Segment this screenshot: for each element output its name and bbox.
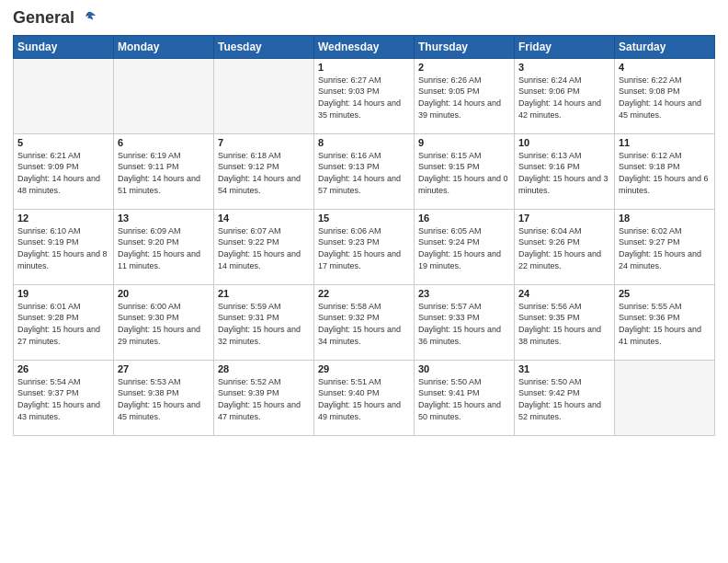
calendar-day-cell	[114, 58, 214, 133]
day-number: 5	[17, 137, 109, 148]
calendar-day-cell: 11Sunrise: 6:12 AM Sunset: 9:18 PM Dayli…	[615, 133, 715, 209]
calendar-day-cell: 14Sunrise: 6:07 AM Sunset: 9:22 PM Dayli…	[214, 209, 314, 284]
calendar-week-row: 19Sunrise: 6:01 AM Sunset: 9:28 PM Dayli…	[14, 284, 715, 360]
day-number: 25	[619, 288, 711, 299]
day-number: 20	[118, 288, 210, 299]
day-info: Sunrise: 5:55 AM Sunset: 9:36 PM Dayligh…	[619, 301, 711, 347]
day-number: 8	[318, 137, 410, 148]
calendar-week-row: 12Sunrise: 6:10 AM Sunset: 9:19 PM Dayli…	[14, 209, 715, 284]
calendar-day-cell: 13Sunrise: 6:09 AM Sunset: 9:20 PM Dayli…	[114, 209, 214, 284]
day-info: Sunrise: 5:57 AM Sunset: 9:33 PM Dayligh…	[418, 301, 510, 347]
day-info: Sunrise: 5:58 AM Sunset: 9:32 PM Dayligh…	[318, 301, 410, 347]
calendar-day-cell: 18Sunrise: 6:02 AM Sunset: 9:27 PM Dayli…	[615, 209, 715, 284]
calendar-day-cell: 17Sunrise: 6:04 AM Sunset: 9:26 PM Dayli…	[515, 209, 615, 284]
day-info: Sunrise: 6:01 AM Sunset: 9:28 PM Dayligh…	[17, 301, 109, 347]
day-number: 11	[619, 137, 711, 148]
day-number: 23	[418, 288, 510, 299]
day-info: Sunrise: 6:13 AM Sunset: 9:16 PM Dayligh…	[518, 150, 610, 196]
day-info: Sunrise: 6:04 AM Sunset: 9:26 PM Dayligh…	[518, 225, 610, 271]
calendar-day-cell: 30Sunrise: 5:50 AM Sunset: 9:41 PM Dayli…	[415, 360, 515, 435]
calendar-day-cell: 9Sunrise: 6:15 AM Sunset: 9:15 PM Daylig…	[415, 133, 515, 209]
page-container: General SundayMondayTuesdayWednesdayThur…	[0, 0, 728, 445]
day-info: Sunrise: 5:50 AM Sunset: 9:41 PM Dayligh…	[418, 376, 510, 422]
day-info: Sunrise: 6:21 AM Sunset: 9:09 PM Dayligh…	[17, 150, 109, 196]
day-number: 19	[17, 288, 109, 299]
calendar-day-cell	[14, 58, 114, 133]
day-info: Sunrise: 6:05 AM Sunset: 9:24 PM Dayligh…	[418, 225, 510, 271]
calendar-day-cell: 24Sunrise: 5:56 AM Sunset: 9:35 PM Dayli…	[515, 284, 615, 360]
day-info: Sunrise: 5:54 AM Sunset: 9:37 PM Dayligh…	[17, 376, 109, 422]
day-info: Sunrise: 6:06 AM Sunset: 9:23 PM Dayligh…	[318, 225, 410, 271]
logo-general: General	[13, 8, 74, 27]
day-number: 3	[518, 62, 610, 73]
day-number: 17	[518, 213, 610, 224]
calendar-week-row: 1Sunrise: 6:27 AM Sunset: 9:03 PM Daylig…	[14, 58, 715, 133]
day-number: 27	[118, 363, 210, 374]
calendar-day-cell: 7Sunrise: 6:18 AM Sunset: 9:12 PM Daylig…	[214, 133, 314, 209]
calendar-day-cell: 21Sunrise: 5:59 AM Sunset: 9:31 PM Dayli…	[214, 284, 314, 360]
weekday-header-wednesday: Wednesday	[314, 35, 415, 58]
day-number: 7	[218, 137, 310, 148]
calendar-day-cell: 26Sunrise: 5:54 AM Sunset: 9:37 PM Dayli…	[14, 360, 114, 435]
calendar-day-cell: 28Sunrise: 5:52 AM Sunset: 9:39 PM Dayli…	[214, 360, 314, 435]
day-number: 21	[218, 288, 310, 299]
day-number: 12	[17, 213, 109, 224]
day-number: 6	[118, 137, 210, 148]
day-info: Sunrise: 6:18 AM Sunset: 9:12 PM Dayligh…	[218, 150, 310, 196]
logo-bird-icon	[81, 10, 97, 27]
calendar-day-cell: 8Sunrise: 6:16 AM Sunset: 9:13 PM Daylig…	[314, 133, 415, 209]
calendar-day-cell: 29Sunrise: 5:51 AM Sunset: 9:40 PM Dayli…	[314, 360, 415, 435]
day-number: 29	[318, 363, 410, 374]
day-info: Sunrise: 5:59 AM Sunset: 9:31 PM Dayligh…	[218, 301, 310, 347]
day-number: 10	[518, 137, 610, 148]
day-number: 22	[318, 288, 410, 299]
day-number: 2	[418, 62, 510, 73]
day-info: Sunrise: 5:53 AM Sunset: 9:38 PM Dayligh…	[118, 376, 210, 422]
calendar-day-cell: 20Sunrise: 6:00 AM Sunset: 9:30 PM Dayli…	[114, 284, 214, 360]
calendar-day-cell: 31Sunrise: 5:50 AM Sunset: 9:42 PM Dayli…	[515, 360, 615, 435]
calendar-day-cell: 23Sunrise: 5:57 AM Sunset: 9:33 PM Dayli…	[415, 284, 515, 360]
weekday-header-sunday: Sunday	[14, 35, 114, 58]
day-info: Sunrise: 6:26 AM Sunset: 9:05 PM Dayligh…	[418, 75, 510, 121]
calendar-day-cell: 2Sunrise: 6:26 AM Sunset: 9:05 PM Daylig…	[415, 58, 515, 133]
day-number: 18	[619, 213, 711, 224]
calendar-day-cell: 19Sunrise: 6:01 AM Sunset: 9:28 PM Dayli…	[14, 284, 114, 360]
day-info: Sunrise: 6:19 AM Sunset: 9:11 PM Dayligh…	[118, 150, 210, 196]
day-info: Sunrise: 6:02 AM Sunset: 9:27 PM Dayligh…	[619, 225, 711, 271]
day-number: 9	[418, 137, 510, 148]
calendar-day-cell: 22Sunrise: 5:58 AM Sunset: 9:32 PM Dayli…	[314, 284, 415, 360]
calendar-day-cell	[214, 58, 314, 133]
day-number: 24	[518, 288, 610, 299]
weekday-header-tuesday: Tuesday	[214, 35, 314, 58]
calendar-table: SundayMondayTuesdayWednesdayThursdayFrid…	[13, 35, 715, 436]
day-info: Sunrise: 5:50 AM Sunset: 9:42 PM Dayligh…	[518, 376, 610, 422]
calendar-day-cell: 16Sunrise: 6:05 AM Sunset: 9:24 PM Dayli…	[415, 209, 515, 284]
day-info: Sunrise: 6:24 AM Sunset: 9:06 PM Dayligh…	[518, 75, 610, 121]
day-number: 4	[619, 62, 711, 73]
day-info: Sunrise: 5:56 AM Sunset: 9:35 PM Dayligh…	[518, 301, 610, 347]
calendar-day-cell	[615, 360, 715, 435]
weekday-header-row: SundayMondayTuesdayWednesdayThursdayFrid…	[14, 35, 715, 58]
calendar-day-cell: 6Sunrise: 6:19 AM Sunset: 9:11 PM Daylig…	[114, 133, 214, 209]
day-info: Sunrise: 6:10 AM Sunset: 9:19 PM Dayligh…	[17, 225, 109, 271]
day-info: Sunrise: 6:27 AM Sunset: 9:03 PM Dayligh…	[318, 75, 410, 121]
calendar-week-row: 5Sunrise: 6:21 AM Sunset: 9:09 PM Daylig…	[14, 133, 715, 209]
day-number: 26	[17, 363, 109, 374]
calendar-day-cell: 1Sunrise: 6:27 AM Sunset: 9:03 PM Daylig…	[314, 58, 415, 133]
day-info: Sunrise: 6:07 AM Sunset: 9:22 PM Dayligh…	[218, 225, 310, 271]
calendar-day-cell: 3Sunrise: 6:24 AM Sunset: 9:06 PM Daylig…	[515, 58, 615, 133]
day-info: Sunrise: 6:16 AM Sunset: 9:13 PM Dayligh…	[318, 150, 410, 196]
page-header: General	[13, 9, 715, 28]
calendar-day-cell: 10Sunrise: 6:13 AM Sunset: 9:16 PM Dayli…	[515, 133, 615, 209]
day-info: Sunrise: 6:15 AM Sunset: 9:15 PM Dayligh…	[418, 150, 510, 196]
day-number: 30	[418, 363, 510, 374]
day-info: Sunrise: 6:12 AM Sunset: 9:18 PM Dayligh…	[619, 150, 711, 196]
day-info: Sunrise: 5:52 AM Sunset: 9:39 PM Dayligh…	[218, 376, 310, 422]
day-number: 31	[518, 363, 610, 374]
calendar-day-cell: 5Sunrise: 6:21 AM Sunset: 9:09 PM Daylig…	[14, 133, 114, 209]
calendar-week-row: 26Sunrise: 5:54 AM Sunset: 9:37 PM Dayli…	[14, 360, 715, 435]
weekday-header-thursday: Thursday	[415, 35, 515, 58]
weekday-header-monday: Monday	[114, 35, 214, 58]
weekday-header-friday: Friday	[515, 35, 615, 58]
day-number: 1	[318, 62, 410, 73]
